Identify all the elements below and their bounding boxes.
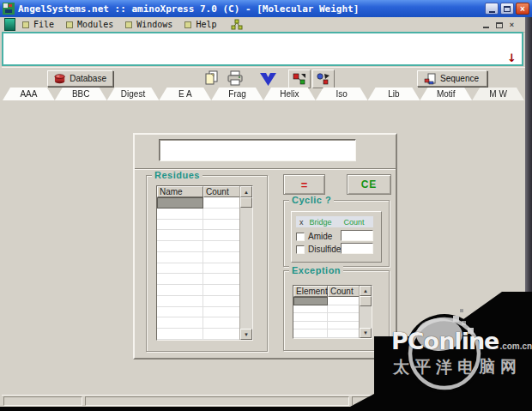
table-row[interactable]	[157, 220, 252, 231]
tab-bbc[interactable]: BBC	[55, 88, 107, 100]
disulfide-checkbox[interactable]	[296, 245, 305, 254]
table-cell[interactable]	[157, 197, 203, 209]
menu-file[interactable]: File	[22, 20, 54, 29]
tab-frag[interactable]: Frag	[211, 88, 263, 100]
table-row[interactable]	[157, 296, 252, 307]
table-row[interactable]	[157, 285, 252, 296]
table-cell[interactable]	[203, 263, 242, 275]
tab-mw[interactable]: M W	[472, 88, 524, 100]
table-cell[interactable]	[203, 220, 242, 231]
table-cell[interactable]	[157, 252, 203, 263]
scroll-up-icon[interactable]: ▲	[360, 286, 372, 296]
table-row[interactable]	[157, 329, 252, 340]
maximize-button[interactable]	[500, 3, 514, 15]
table-row[interactable]	[157, 209, 252, 220]
table-cell[interactable]	[157, 241, 203, 252]
tab-helix[interactable]: Helix	[263, 88, 316, 100]
menu-modules[interactable]: Modules	[66, 20, 113, 29]
scroll-up-icon[interactable]: ▲	[240, 186, 252, 197]
exception-col-count[interactable]: Count	[328, 286, 361, 297]
print-button[interactable]	[225, 70, 245, 87]
table-row[interactable]	[157, 252, 252, 263]
minimize-button[interactable]	[485, 3, 499, 15]
mdi-minimize-button[interactable]	[481, 20, 491, 29]
table-cell[interactable]	[203, 285, 242, 296]
title-bar[interactable]: AngelSystems.net :: aminoXpress 7.0 (C) …	[0, 0, 532, 17]
sequence-display-box[interactable]: ↓	[2, 32, 523, 66]
table-cell[interactable]	[203, 230, 242, 241]
table-row[interactable]	[157, 241, 252, 252]
close-button[interactable]: ×	[516, 3, 529, 15]
tab-lib[interactable]: Lib	[368, 88, 420, 100]
table-row[interactable]	[157, 263, 252, 275]
table-cell[interactable]	[157, 296, 203, 307]
table-cell[interactable]	[293, 297, 328, 305]
scrollbar-thumb[interactable]	[360, 296, 372, 306]
mdi-restore-button[interactable]	[494, 20, 504, 29]
table-cell[interactable]	[157, 263, 203, 275]
table-cell[interactable]	[203, 317, 242, 329]
table-cell[interactable]	[157, 230, 203, 241]
table-cell[interactable]	[293, 322, 328, 330]
convert-tool-button[interactable]	[312, 70, 335, 88]
scroll-down-icon[interactable]: ▼	[240, 329, 252, 340]
table-cell[interactable]	[328, 297, 361, 305]
tab-aaa[interactable]: AAA	[3, 88, 55, 100]
disulfide-count-input[interactable]	[341, 243, 373, 254]
table-cell[interactable]	[328, 322, 361, 330]
database-button[interactable]: Database	[47, 70, 113, 87]
table-cell[interactable]	[157, 307, 203, 318]
table-cell[interactable]	[157, 329, 203, 340]
scrollbar-track[interactable]	[240, 208, 252, 329]
table-cell[interactable]	[157, 317, 203, 329]
structure-tool-button[interactable]	[288, 70, 311, 88]
table-cell[interactable]	[203, 307, 242, 318]
mdi-close-button[interactable]: ×	[507, 20, 517, 29]
table-row[interactable]	[157, 197, 252, 209]
exception-table[interactable]: Element Count ▲ ▼	[293, 285, 372, 339]
tab-iso[interactable]: Iso	[316, 88, 368, 100]
scrollbar-thumb[interactable]	[240, 197, 252, 208]
table-cell[interactable]	[293, 329, 328, 338]
table-cell[interactable]	[293, 305, 328, 314]
table-cell[interactable]	[203, 209, 242, 220]
tab-motif[interactable]: Motif	[420, 88, 472, 100]
table-cell[interactable]	[157, 209, 203, 220]
table-cell[interactable]	[203, 252, 242, 263]
table-cell[interactable]	[328, 329, 361, 338]
residues-table-body[interactable]	[157, 197, 252, 340]
table-cell[interactable]	[203, 296, 242, 307]
network-nodes-icon[interactable]	[231, 19, 243, 30]
scrollbar-track[interactable]	[360, 306, 372, 328]
residues-scrollbar[interactable]: ▲ ▼	[239, 186, 252, 340]
table-cell[interactable]	[328, 305, 361, 314]
residues-table[interactable]: Name Count ▲ ▼	[156, 185, 253, 341]
table-cell[interactable]	[293, 313, 328, 322]
table-cell[interactable]	[157, 285, 203, 296]
tab-ea[interactable]: E A	[159, 88, 211, 100]
table-cell[interactable]	[203, 241, 242, 252]
menu-windows[interactable]: Windows	[125, 20, 172, 29]
exception-col-element[interactable]: Element	[293, 286, 328, 297]
exception-scrollbar[interactable]: ▲ ▼	[359, 286, 372, 338]
table-cell[interactable]	[203, 197, 242, 209]
amide-count-input[interactable]	[341, 230, 373, 241]
residues-col-name[interactable]: Name	[157, 186, 203, 197]
menu-help[interactable]: Help	[184, 20, 216, 29]
table-row[interactable]	[157, 307, 252, 318]
scroll-down-icon[interactable]: ▼	[360, 328, 372, 338]
table-row[interactable]	[157, 274, 252, 285]
sequence-button[interactable]: Sequence	[417, 70, 487, 87]
table-cell[interactable]	[157, 274, 203, 285]
tab-digest[interactable]: Digest	[107, 88, 160, 100]
clear-entry-button[interactable]: CE	[347, 174, 391, 195]
validate-button[interactable]	[254, 70, 281, 87]
formula-input[interactable]	[159, 139, 356, 161]
amide-checkbox[interactable]	[296, 233, 305, 241]
table-cell[interactable]	[203, 329, 242, 340]
table-cell[interactable]	[328, 313, 361, 322]
residues-col-count[interactable]: Count	[203, 186, 242, 197]
table-row[interactable]	[157, 230, 252, 241]
table-row[interactable]	[157, 317, 252, 329]
table-cell[interactable]	[203, 274, 242, 285]
